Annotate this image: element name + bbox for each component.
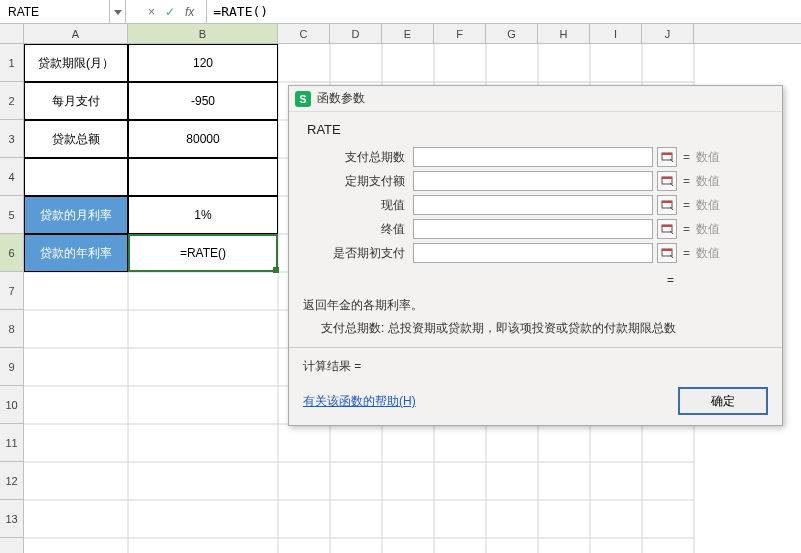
column-headers: ABCDEFGHIJ: [0, 24, 801, 44]
range-picker-icon[interactable]: [657, 147, 677, 167]
arg-input-0[interactable]: [413, 147, 653, 167]
arg-row-1: 定期支付额=数值: [303, 171, 768, 191]
col-header-E[interactable]: E: [382, 24, 434, 43]
col-header-C[interactable]: C: [278, 24, 330, 43]
cell-B2[interactable]: -950: [128, 82, 278, 120]
range-picker-icon[interactable]: [657, 219, 677, 239]
row-header-4[interactable]: 4: [0, 158, 24, 196]
arg-eq: =: [677, 174, 696, 188]
formula-bar-buttons: × ✓ fx: [136, 0, 207, 23]
row-header-14[interactable]: 14: [0, 538, 24, 553]
arg-eq: =: [677, 150, 696, 164]
arg-label: 现值: [303, 197, 413, 214]
col-header-I[interactable]: I: [590, 24, 642, 43]
arg-hint: 数值: [696, 221, 720, 238]
cell-A5[interactable]: 贷款的月利率: [24, 196, 128, 234]
row-header-1[interactable]: 1: [0, 44, 24, 82]
help-link[interactable]: 有关该函数的帮助(H): [303, 393, 416, 410]
arg-hint: 数值: [696, 197, 720, 214]
arg-hint: 数值: [696, 245, 720, 262]
svg-rect-31: [662, 225, 672, 227]
arg-input-3[interactable]: [413, 219, 653, 239]
arg-row-4: 是否期初支付=数值: [303, 243, 768, 263]
fill-handle[interactable]: [273, 267, 279, 273]
cell-B3[interactable]: 80000: [128, 120, 278, 158]
arg-eq: =: [677, 246, 696, 260]
fx-icon[interactable]: fx: [185, 5, 194, 19]
cell-B5[interactable]: 1%: [128, 196, 278, 234]
col-header-H[interactable]: H: [538, 24, 590, 43]
row-header-11[interactable]: 11: [0, 424, 24, 462]
row-header-6[interactable]: 6: [0, 234, 24, 272]
function-description: 返回年金的各期利率。: [303, 297, 768, 314]
arg-eq: =: [677, 198, 696, 212]
name-box[interactable]: RATE: [0, 0, 110, 23]
row-headers: 1234567891011121314: [0, 44, 24, 553]
cell-A6[interactable]: 贷款的年利率: [24, 234, 128, 272]
arg-label: 定期支付额: [303, 173, 413, 190]
row-header-12[interactable]: 12: [0, 462, 24, 500]
arg-label: 终值: [303, 221, 413, 238]
ok-button[interactable]: 确定: [678, 387, 768, 415]
function-arguments-dialog: S 函数参数 RATE 支付总期数=数值定期支付额=数值现值=数值终值=数值是否…: [288, 85, 783, 426]
arg-input-2[interactable]: [413, 195, 653, 215]
svg-rect-25: [662, 153, 672, 155]
cell-A4[interactable]: [24, 158, 128, 196]
enter-icon[interactable]: ✓: [165, 5, 175, 19]
arg-label: 支付总期数: [303, 149, 413, 166]
svg-rect-29: [662, 201, 672, 203]
col-header-D[interactable]: D: [330, 24, 382, 43]
select-all-corner[interactable]: [0, 24, 24, 43]
formula-bar: RATE × ✓ fx =RATE(): [0, 0, 801, 24]
function-name: RATE: [303, 120, 768, 143]
function-result-eq: =: [303, 267, 768, 289]
range-picker-icon[interactable]: [657, 243, 677, 263]
arg-label: 是否期初支付: [303, 245, 413, 262]
arg-input-1[interactable]: [413, 171, 653, 191]
cancel-icon[interactable]: ×: [148, 5, 155, 19]
svg-rect-27: [662, 177, 672, 179]
cell-B1[interactable]: 120: [128, 44, 278, 82]
col-header-G[interactable]: G: [486, 24, 538, 43]
cell-A3[interactable]: 贷款总额: [24, 120, 128, 158]
range-picker-icon[interactable]: [657, 171, 677, 191]
row-header-3[interactable]: 3: [0, 120, 24, 158]
row-header-8[interactable]: 8: [0, 310, 24, 348]
cell-B6[interactable]: =RATE(): [128, 234, 278, 272]
cell-B4[interactable]: [128, 158, 278, 196]
range-picker-icon[interactable]: [657, 195, 677, 215]
arg-hint: 数值: [696, 173, 720, 190]
arg-row-2: 现值=数值: [303, 195, 768, 215]
arg-eq: =: [677, 222, 696, 236]
row-header-10[interactable]: 10: [0, 386, 24, 424]
row-header-2[interactable]: 2: [0, 82, 24, 120]
row-header-5[interactable]: 5: [0, 196, 24, 234]
row-header-13[interactable]: 13: [0, 500, 24, 538]
calc-result: 计算结果 =: [303, 352, 768, 381]
col-header-B[interactable]: B: [128, 24, 278, 43]
svg-rect-33: [662, 249, 672, 251]
cell-A2[interactable]: 每月支付: [24, 82, 128, 120]
arg-row-3: 终值=数值: [303, 219, 768, 239]
name-box-dropdown[interactable]: [110, 0, 126, 23]
col-header-F[interactable]: F: [434, 24, 486, 43]
col-header-A[interactable]: A: [24, 24, 128, 43]
formula-input[interactable]: =RATE(): [207, 0, 801, 23]
app-icon: S: [295, 91, 311, 107]
argument-description: 支付总期数: 总投资期或贷款期，即该项投资或贷款的付款期限总数: [321, 320, 768, 337]
arg-input-4[interactable]: [413, 243, 653, 263]
arg-row-0: 支付总期数=数值: [303, 147, 768, 167]
cell-A1[interactable]: 贷款期限(月）: [24, 44, 128, 82]
col-header-J[interactable]: J: [642, 24, 694, 43]
arg-hint: 数值: [696, 149, 720, 166]
dialog-titlebar[interactable]: S 函数参数: [289, 86, 782, 112]
row-header-7[interactable]: 7: [0, 272, 24, 310]
row-header-9[interactable]: 9: [0, 348, 24, 386]
dialog-title: 函数参数: [317, 90, 365, 107]
